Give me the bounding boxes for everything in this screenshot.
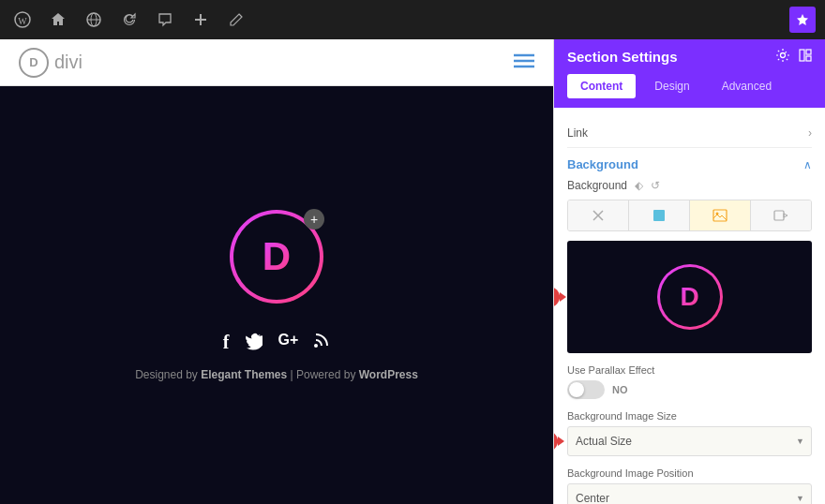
callout-2: 2 bbox=[553, 431, 558, 452]
add-icon[interactable] bbox=[188, 7, 214, 33]
bg-type-image[interactable] bbox=[690, 200, 751, 230]
panel-header-icons bbox=[776, 49, 812, 65]
background-collapse-arrow[interactable]: ∧ bbox=[803, 158, 812, 171]
image-position-select[interactable]: Center Top Left Top Center Top Right Cen… bbox=[567, 483, 812, 504]
background-label-row: Background ⬖ ↺ bbox=[567, 179, 812, 192]
background-label: Background bbox=[567, 179, 627, 192]
settings-icon[interactable] bbox=[776, 49, 789, 65]
parallax-field: Use Parallax Effect NO bbox=[567, 364, 812, 399]
social-icons-row: f G+ bbox=[223, 332, 330, 355]
panel-tabs: Content Design Advanced bbox=[554, 74, 825, 108]
background-title: Background bbox=[567, 157, 638, 171]
top-toolbar: W bbox=[0, 0, 825, 39]
preview-circle-letter: D bbox=[680, 282, 698, 312]
logo-circle: D bbox=[19, 48, 49, 78]
layout-icon[interactable] bbox=[799, 49, 812, 65]
image-size-field: Background Image Size 2 Actual Size Cove… bbox=[567, 410, 812, 456]
svg-point-11 bbox=[314, 344, 318, 348]
svg-rect-21 bbox=[774, 211, 784, 220]
bg-image-preview: 1 D bbox=[567, 241, 812, 353]
image-position-select-wrapper: Center Top Left Top Center Top Right Cen… bbox=[567, 483, 812, 504]
hamburger-menu[interactable] bbox=[514, 52, 534, 73]
svg-rect-15 bbox=[806, 56, 811, 61]
facebook-icon[interactable]: f bbox=[223, 332, 230, 355]
toggle-knob bbox=[569, 382, 584, 397]
bg-type-tabs bbox=[567, 200, 812, 231]
refresh-icon[interactable] bbox=[116, 7, 142, 33]
pencil-icon[interactable] bbox=[223, 7, 249, 33]
svg-marker-7 bbox=[797, 14, 808, 25]
image-position-field: Background Image Position Center Top Lef… bbox=[567, 467, 812, 504]
wordpress-icon[interactable]: W bbox=[9, 7, 36, 33]
rss-icon[interactable] bbox=[313, 332, 330, 355]
right-panel: Section Settings Content Design Advanced… bbox=[553, 39, 825, 504]
link-arrow: › bbox=[808, 126, 812, 140]
preview-header: D divi bbox=[0, 39, 553, 86]
tab-design[interactable]: Design bbox=[641, 74, 702, 98]
panel-header: Section Settings bbox=[554, 39, 825, 74]
logo-text: divi bbox=[54, 52, 82, 73]
parallax-toggle[interactable] bbox=[567, 380, 605, 399]
image-position-label: Background Image Position bbox=[567, 467, 812, 479]
hero-circle-letter: D bbox=[262, 234, 291, 279]
link-row[interactable]: Link › bbox=[567, 119, 812, 148]
preview-area: D divi D + f G+ bbox=[0, 39, 553, 504]
parallax-label: Use Parallax Effect bbox=[567, 364, 812, 376]
divi-logo: D divi bbox=[19, 48, 82, 78]
reset-icon[interactable]: ↺ bbox=[651, 179, 660, 192]
svg-rect-13 bbox=[800, 50, 804, 61]
tab-content[interactable]: Content bbox=[567, 74, 636, 98]
image-size-select-wrapper: Actual Size Cover Contain Auto bbox=[567, 426, 812, 456]
twitter-icon[interactable] bbox=[244, 332, 262, 355]
home-icon[interactable] bbox=[45, 7, 71, 33]
globe-icon[interactable] bbox=[81, 7, 107, 33]
parallax-toggle-label: NO bbox=[612, 384, 628, 395]
preview-circle: D bbox=[657, 264, 723, 330]
bg-type-color[interactable] bbox=[629, 200, 690, 230]
image-size-select[interactable]: Actual Size Cover Contain Auto bbox=[567, 426, 812, 456]
main-area: D divi D + f G+ bbox=[0, 39, 825, 504]
divi-star-button[interactable] bbox=[789, 7, 816, 33]
googleplus-icon[interactable]: G+ bbox=[278, 332, 298, 355]
bg-type-none[interactable] bbox=[568, 200, 629, 230]
tab-advanced[interactable]: Advanced bbox=[709, 74, 785, 98]
svg-rect-14 bbox=[806, 50, 811, 54]
hero-divi-circle: D + bbox=[230, 210, 323, 304]
callout-1: 1 bbox=[553, 287, 560, 307]
parallax-toggle-row: NO bbox=[567, 380, 812, 399]
footer-credit: Designed by Elegant Themes | Powered by … bbox=[135, 368, 418, 381]
background-section-header: Background ∧ bbox=[567, 157, 812, 171]
svg-rect-19 bbox=[713, 210, 727, 221]
panel-title: Section Settings bbox=[567, 49, 678, 65]
add-circle-button[interactable]: + bbox=[304, 209, 324, 230]
svg-rect-18 bbox=[653, 210, 665, 221]
cursor-icon[interactable]: ⬖ bbox=[635, 179, 643, 192]
comment-icon[interactable] bbox=[152, 7, 178, 33]
image-size-label: Background Image Size bbox=[567, 410, 812, 422]
link-label: Link bbox=[567, 126, 588, 140]
bg-type-video[interactable] bbox=[751, 200, 811, 230]
hero-section: D + f G+ Designed by Elegant Themes | Po… bbox=[0, 86, 553, 504]
panel-body: Link › Background ∧ Background ⬖ ↺ bbox=[554, 108, 825, 504]
svg-point-12 bbox=[781, 53, 786, 58]
svg-text:W: W bbox=[18, 16, 27, 26]
